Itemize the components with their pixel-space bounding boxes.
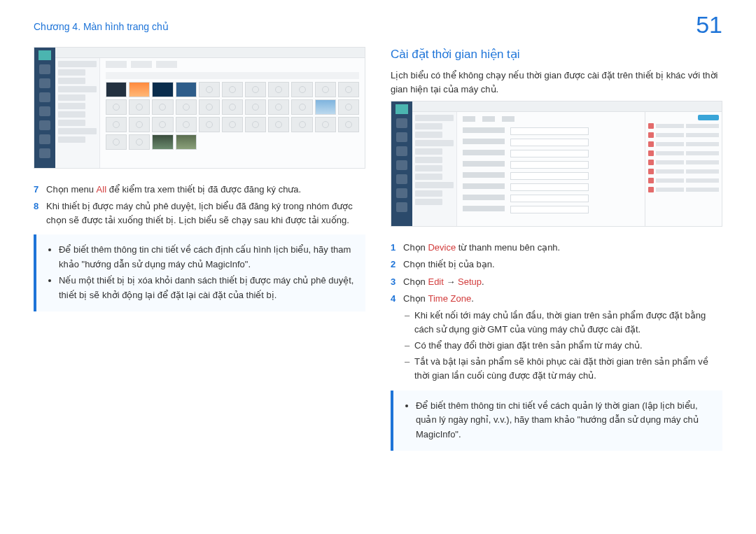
device-thumb: [268, 82, 289, 97]
step-8: 8 Khi thiết bị được máy chủ phê duyệt, l…: [34, 199, 365, 227]
step-number: 3: [391, 275, 399, 289]
app-topbar: [55, 48, 365, 58]
device-thumb: [176, 99, 197, 115]
right-column: Cài đặt thời gian hiện tại Lịch biểu có …: [391, 47, 722, 458]
nav-icon: [396, 146, 407, 156]
setup-form-panel: [457, 112, 645, 226]
nav-icon: [396, 160, 407, 170]
two-column-layout: 7 Chọn menu All để kiểm tra xem thiết bị…: [34, 47, 722, 458]
highlight-setup: Setup: [458, 276, 482, 287]
step-number: 7: [34, 183, 42, 197]
info-note: Để biết thêm thông tin chi tiết về cách …: [34, 234, 365, 311]
note-bullet: Nếu một thiết bị bị xóa khỏi danh sách t…: [59, 274, 356, 303]
step-text: Chọn Edit → Setup.: [403, 275, 484, 289]
device-thumb: [315, 82, 336, 97]
section-intro: Lịch biểu có thể không chạy nếu thời gia…: [391, 69, 722, 97]
device-thumb: [199, 99, 220, 115]
device-thumb: [152, 117, 173, 132]
nav-icon: [39, 148, 50, 158]
step-number: 2: [391, 258, 399, 272]
app-logo-icon: [38, 50, 51, 60]
manual-page: Chương 4. Màn hình trang chủ 51: [0, 0, 756, 534]
step-7: 7 Chọn menu All để kiểm tra xem thiết bị…: [34, 183, 365, 197]
device-thumb: [129, 134, 150, 150]
step-text: Chọn Time Zone.: [403, 292, 474, 306]
device-status-panel: [645, 112, 722, 226]
section-title: Cài đặt thời gian hiện tại: [391, 47, 722, 62]
device-thumb: [106, 82, 127, 97]
nav-icon: [39, 64, 50, 74]
device-thumb: [338, 117, 359, 132]
screenshot-timezone-form: [391, 101, 722, 227]
screenshot-device-grid: [34, 47, 365, 169]
highlight-edit: Edit: [428, 276, 443, 287]
device-thumb: [152, 99, 173, 115]
device-thumb: [199, 82, 220, 97]
nav-icon: [39, 134, 50, 144]
device-list-panel: [412, 112, 457, 226]
device-thumb: [338, 99, 359, 115]
device-thumb: [129, 82, 150, 97]
nav-icon: [396, 118, 407, 128]
sub-note: Tắt và bật lại sản phẩm sẽ khôi phục cài…: [405, 355, 722, 383]
page-number: 51: [696, 11, 722, 38]
device-thumb: [338, 82, 359, 97]
step-2: 2 Chọn thiết bị của bạn.: [391, 258, 722, 272]
nav-icon: [39, 92, 50, 102]
device-thumb: [315, 117, 336, 132]
device-thumb: [315, 99, 336, 115]
device-thumb: [245, 117, 266, 132]
nav-icon: [396, 132, 407, 142]
step-3: 3 Chọn Edit → Setup.: [391, 275, 722, 289]
app-sidebar: [391, 101, 412, 226]
app-logo-icon: [396, 104, 408, 114]
step-text: Chọn thiết bị của bạn.: [403, 258, 495, 272]
device-thumb: [129, 99, 150, 115]
highlight-all: All: [97, 184, 106, 195]
app-sidebar: [34, 48, 55, 168]
step-number: 1: [391, 241, 399, 255]
nav-icon: [396, 174, 407, 184]
device-grid-panel: [100, 58, 365, 168]
highlight-timezone: Time Zone: [428, 293, 471, 304]
step-number: 8: [34, 199, 42, 227]
device-thumb: [176, 134, 197, 150]
device-thumb: [106, 117, 127, 132]
app-topbar: [412, 101, 722, 112]
step-1: 1 Chọn Device từ thanh menu bên cạnh.: [391, 241, 722, 255]
device-thumb: [291, 82, 312, 97]
page-header: Chương 4. Màn hình trang chủ 51: [34, 11, 722, 38]
nav-icon: [39, 120, 50, 130]
arrow-icon: →: [444, 276, 458, 287]
device-thumb: [268, 99, 289, 115]
sub-note: Có thể thay đổi thời gian đặt trên sản p…: [405, 339, 722, 353]
device-thumb: [152, 82, 173, 97]
device-thumb: [222, 82, 243, 97]
device-thumb: [106, 99, 127, 115]
left-column: 7 Chọn menu All để kiểm tra xem thiết bị…: [34, 47, 365, 458]
nav-icon: [396, 188, 407, 198]
device-thumb: [176, 117, 197, 132]
info-note: Để biết thêm thông tin chi tiết về cách …: [391, 391, 722, 451]
step-text: Chọn menu All để kiểm tra xem thiết bị đ…: [46, 183, 301, 197]
nav-icon: [39, 106, 50, 116]
device-tree-panel: [55, 58, 100, 168]
device-thumb: [129, 117, 150, 132]
device-thumb: [245, 99, 266, 115]
highlight-device: Device: [428, 242, 456, 253]
device-thumb: [152, 134, 173, 150]
notes-sublist: Khi kết nối tới máy chủ lần đầu, thời gi…: [405, 309, 722, 384]
device-thumb: [291, 117, 312, 132]
chapter-title: Chương 4. Màn hình trang chủ: [34, 11, 169, 32]
note-bullet: Để biết thêm thông tin chi tiết về cách …: [416, 399, 713, 442]
sub-note: Khi kết nối tới máy chủ lần đầu, thời gi…: [405, 309, 722, 337]
device-thumb: [245, 82, 266, 97]
device-thumb: [176, 82, 197, 97]
device-thumb: [199, 117, 220, 132]
device-thumb: [291, 99, 312, 115]
device-thumb: [222, 117, 243, 132]
note-bullet: Để biết thêm thông tin chi tiết về cách …: [59, 243, 356, 272]
step-number: 4: [391, 292, 399, 306]
device-thumb: [106, 134, 127, 150]
nav-icon: [39, 78, 50, 88]
